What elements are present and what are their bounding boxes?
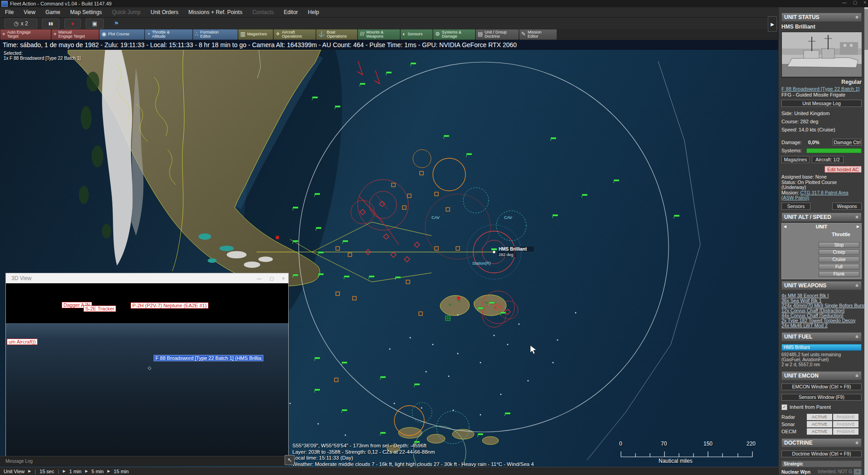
- formation-editor-button[interactable]: ∴ FormationEditor: [193, 29, 238, 40]
- weapon-link[interactable]: 2x Type 182 Towed Torpedo Decoy: [781, 318, 862, 323]
- damage-ctrl-button[interactable]: Damage Ctrl: [833, 139, 862, 145]
- record-button[interactable]: ●: [64, 19, 81, 29]
- close-icon[interactable]: ×: [282, 276, 285, 281]
- close-icon[interactable]: ×: [863, 0, 866, 5]
- 3d-view-titlebar[interactable]: 3D View: [6, 273, 288, 283]
- minimize-icon[interactable]: —: [842, 0, 847, 5]
- menu-file[interactable]: File: [0, 9, 19, 15]
- throttle-creep-button[interactable]: Creep: [819, 249, 859, 255]
- play-icon[interactable]: ▶: [63, 469, 66, 473]
- aircraft-panel-button[interactable]: Aircraft: 1/2: [812, 156, 844, 163]
- panel-toggle-button[interactable]: ▶: [768, 16, 777, 32]
- collapse-icon[interactable]: «: [854, 16, 861, 19]
- sonar-active-button[interactable]: ACTIVE: [807, 421, 832, 427]
- auto-engage-target-button[interactable]: ⌖ Auto EngageTarget: [0, 29, 51, 40]
- collapse-icon[interactable]: «: [854, 335, 861, 338]
- manual-engage-target-button[interactable]: ⌖ ManualEngage Target: [51, 29, 99, 40]
- inherit-checkbox[interactable]: ✓: [781, 404, 787, 410]
- contact-label-clipped[interactable]: um Aircraft)): [7, 339, 38, 345]
- collapse-icon[interactable]: «: [854, 374, 861, 377]
- radar-active-button[interactable]: ACTIVE: [807, 414, 832, 420]
- unit-class-link[interactable]: F 88 Broadsword [Type 22 Batch 1]: [781, 86, 859, 92]
- menu-help[interactable]: Help: [303, 9, 324, 15]
- 3d-view-window[interactable]: 3D View — ▢ × Dagger A [N S-2E Tracker P…: [5, 273, 289, 457]
- systems-damage-button[interactable]: ⚙ Systems &Damage: [433, 29, 475, 40]
- hostile-installation-marker[interactable]: [457, 297, 461, 300]
- step-15sec-button[interactable]: 15 sec: [39, 469, 54, 474]
- throttle-cruise-button[interactable]: Cruise: [819, 257, 859, 262]
- unit-alt-speed-header[interactable]: UNIT ALT / SPEED«: [781, 213, 862, 222]
- menu-view[interactable]: View: [19, 9, 40, 15]
- menu-editor[interactable]: Editor: [279, 9, 303, 15]
- boat-operations-button[interactable]: ⚓ BoatOperations: [316, 29, 358, 40]
- step-5min-button[interactable]: 5 min: [92, 469, 104, 474]
- popout-button[interactable]: ↖: [285, 455, 295, 465]
- weapon-link[interactable]: 324x 40mm/70 Mk9 Single Bofors Burst [4 …: [781, 303, 862, 308]
- mounts-weapons-button[interactable]: /// Mounts &Weapons: [358, 29, 400, 40]
- weapon-link[interactable]: 36x Sea Wolf Blk 1: [781, 298, 862, 303]
- magazines-button[interactable]: ▥ Magazines: [238, 29, 273, 40]
- unit-view-label[interactable]: Unit View: [4, 469, 24, 474]
- mission-editor-button[interactable]: ✎ MissionEditor: [519, 29, 557, 40]
- menu-game[interactable]: Game: [40, 9, 65, 15]
- menu-map-settings[interactable]: Map Settings: [65, 9, 107, 15]
- play-icon[interactable]: ▶: [28, 469, 31, 473]
- throttle-full-button[interactable]: Full: [819, 264, 859, 270]
- throttle-flank-button[interactable]: Flank: [819, 271, 859, 277]
- next-tab-icon[interactable]: ►: [856, 224, 860, 229]
- magazines-panel-button[interactable]: Magazines: [781, 156, 810, 163]
- pin-button[interactable]: ⚑: [109, 19, 124, 28]
- weapon-link[interactable]: 4x MM 38 Exocet Blk I: [781, 293, 862, 298]
- sensors-button[interactable]: ◐ Sensors: [400, 29, 433, 40]
- unit-message-log-button[interactable]: Unit Message Log: [781, 100, 862, 107]
- menu-missions-ref-points[interactable]: Missions + Ref. Points: [184, 9, 247, 15]
- selected-unit-label[interactable]: F 88 Broadsword [Type 22 Batch 1] (HMS B…: [154, 355, 263, 361]
- unit-weapons-header[interactable]: UNIT WEAPONS«: [781, 281, 862, 290]
- weapon-link[interactable]: 44x Corvus Chaff [Seduction]: [781, 313, 862, 318]
- step-1min-button[interactable]: 1 min: [69, 469, 82, 474]
- menu-unit-orders[interactable]: Unit Orders: [145, 9, 183, 15]
- alt-speed-tab[interactable]: UNIT: [816, 224, 828, 229]
- throttle-altitude-button[interactable]: ◔ Throttle &Altitude: [145, 29, 193, 40]
- unit-fuel-header[interactable]: UNIT FUEL«: [781, 332, 862, 341]
- contact-label-s2e-tracker[interactable]: S-2E Tracker: [83, 305, 116, 312]
- throttle-stop-button[interactable]: Stop: [819, 242, 859, 248]
- collapse-icon[interactable]: «: [854, 441, 861, 444]
- contact-label-neptune[interactable]: P-2H (P2V-7) Neptune (EA2E #1): [131, 302, 209, 309]
- aircraft-operations-button[interactable]: ✈ AircraftOperations: [273, 29, 316, 40]
- screenshot-button[interactable]: ▣: [86, 19, 104, 29]
- unit-emcon-header[interactable]: UNIT EMCON«: [781, 371, 862, 380]
- oecm-active-button[interactable]: ACTIVE: [807, 428, 832, 435]
- edit-hosted-ac-button[interactable]: Edit hosted AC: [824, 166, 862, 173]
- sensors-window-button[interactable]: Sensors Window (F9): [781, 394, 862, 401]
- collapse-icon[interactable]: «: [854, 215, 861, 218]
- collapse-icon[interactable]: «: [854, 284, 861, 287]
- weapons-panel-button[interactable]: Weapons: [832, 203, 862, 210]
- unit-group-doctrine-button[interactable]: ▤ Unit / GroupDoctrine: [475, 29, 519, 40]
- emcon-window-button[interactable]: EMCON Window (Ctrl + F9): [781, 383, 862, 390]
- friendly-installation-marker[interactable]: [446, 316, 450, 320]
- step-15min-button[interactable]: 15 min: [114, 469, 129, 474]
- maximize-icon[interactable]: ▢: [853, 0, 857, 5]
- scrollbar-thumb[interactable]: [864, 9, 868, 50]
- doctrine-header[interactable]: DOCTRINE«: [781, 438, 862, 447]
- play-icon[interactable]: ▶: [107, 469, 110, 473]
- weapon-link[interactable]: 24x Mk46 LWT Mod 2: [781, 323, 862, 328]
- pause-button[interactable]: ▮▮: [42, 19, 59, 29]
- unit-status-header[interactable]: UNIT STATUS«: [781, 13, 862, 22]
- fuel-selected-unit[interactable]: HMS Brilliant: [781, 344, 862, 351]
- plot-course-button[interactable]: ◉ Plot Course: [99, 29, 145, 40]
- hostile-installation-marker[interactable]: [276, 236, 279, 239]
- radar-passive-button[interactable]: PASSIVE: [833, 414, 858, 420]
- time-compression-button[interactable]: ◷ x 2: [5, 19, 37, 29]
- message-log-bar[interactable]: Message Log: [0, 456, 289, 466]
- sonar-passive-button[interactable]: PASSIVE: [833, 421, 858, 427]
- panel-scrollbar[interactable]: [864, 7, 868, 475]
- oecm-passive-button[interactable]: PASSIVE: [833, 428, 858, 435]
- prev-tab-icon[interactable]: ◄: [783, 224, 787, 229]
- minimize-icon[interactable]: —: [257, 276, 262, 281]
- doctrine-window-button[interactable]: Doctrine Window (Ctrl + F9): [781, 451, 862, 457]
- play-icon[interactable]: ▶: [85, 469, 88, 473]
- maximize-icon[interactable]: ▢: [270, 276, 274, 281]
- weapon-link[interactable]: 12x Corvus Chaff [Distraction]: [781, 308, 862, 313]
